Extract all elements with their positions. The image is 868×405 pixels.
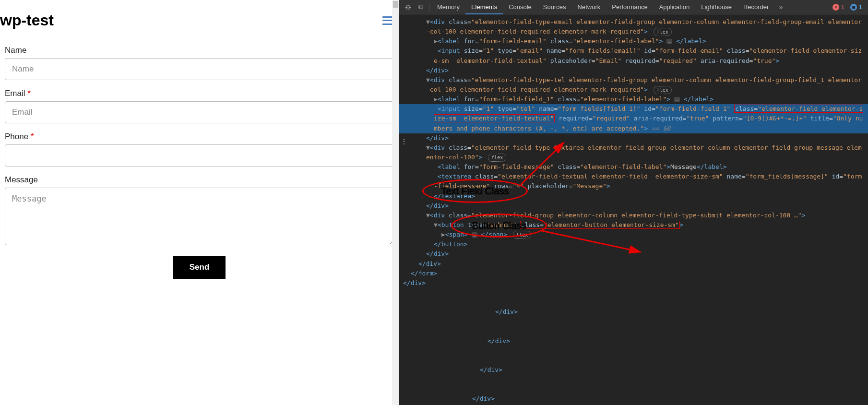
dom-close-div-2[interactable]: </div> [399, 133, 868, 143]
devtools-tabbar: ⯐ ⧉ Memory Elements Console Sources Netw… [399, 0, 868, 14]
dom-tel-div[interactable]: ▼<div class="elementor-field-type-tel el… [399, 75, 868, 95]
elements-dom-tree[interactable]: ▼<div class="elementor-field-type-email … [399, 14, 868, 405]
dom-msg-textarea[interactable]: <textarea class="elementor-field-textual… [399, 172, 868, 191]
tab-application[interactable]: Application [654, 0, 696, 14]
message-label: Message [5, 175, 394, 185]
name-input[interactable] [5, 58, 394, 80]
devtools-panel: ⯐ ⧉ Memory Elements Console Sources Netw… [399, 0, 868, 405]
page-scrollbar[interactable] [392, 0, 399, 405]
dom-close-div-5[interactable]: </div> [399, 259, 868, 269]
contact-form: Name Email * Phone * Message Send [0, 41, 399, 284]
email-input[interactable] [5, 101, 394, 123]
tab-elements[interactable]: Elements [465, 0, 503, 14]
selected-line-dots-icon[interactable]: ⋮ [399, 137, 409, 147]
device-toolbar-icon[interactable]: ⧉ [415, 3, 427, 11]
dom-msg-label[interactable]: <label for="form-field-message" class="e… [399, 162, 868, 172]
dom-close-div-6[interactable]: </div> [399, 278, 868, 288]
send-button[interactable]: Send [173, 256, 226, 279]
dom-cascade[interactable]: </div> </div> </div> </div> </div> </div… [399, 288, 868, 405]
dom-submit-div[interactable]: ▼<div class="elementor-field-group eleme… [399, 211, 868, 220]
dom-close-textarea[interactable]: </textarea> [399, 191, 868, 201]
name-label: Name [5, 46, 394, 55]
more-tabs-icon[interactable]: » [774, 3, 787, 11]
tab-console[interactable]: Console [503, 0, 537, 14]
message-textarea[interactable] [5, 188, 394, 245]
dom-email-input[interactable]: <input size="1" type="email" name="form_… [399, 46, 868, 65]
dom-close-button[interactable]: </button> [399, 239, 868, 249]
tab-memory[interactable]: Memory [431, 0, 465, 14]
tab-recorder[interactable]: Recorder [737, 0, 774, 14]
dom-button-span[interactable]: ▶<span> … </span> flex [399, 230, 868, 239]
scroll-up-arrow[interactable] [393, 1, 398, 8]
phone-label: Phone * [5, 132, 394, 142]
issue-count[interactable]: ■1 [847, 3, 865, 11]
dom-tel-input-selected[interactable]: <input size="1" type="tel" name="form_fi… [399, 104, 868, 133]
site-header: wp-test [0, 0, 399, 41]
phone-input[interactable] [5, 144, 394, 167]
dom-button[interactable]: ▼<button type="submit" class="elementor-… [399, 220, 868, 230]
dom-close-div[interactable]: </div> [399, 66, 868, 75]
tab-lighthouse[interactable]: Lighthouse [695, 0, 737, 14]
tab-performance[interactable]: Performance [606, 0, 653, 14]
inspect-icon[interactable]: ⯐ [402, 3, 415, 11]
tab-sources[interactable]: Sources [537, 0, 572, 14]
dom-msg-div[interactable]: ▼<div class="elementor-field-type-textar… [399, 143, 868, 162]
dom-close-div-3[interactable]: </div> [399, 201, 868, 211]
site-title: wp-test [0, 12, 54, 29]
rendered-page: wp-test Name Email * Phone * Message Sen… [0, 0, 399, 405]
dom-email-div[interactable]: ▼<div class="elementor-field-type-email … [399, 17, 868, 36]
tab-network[interactable]: Network [572, 0, 606, 14]
dom-close-form[interactable]: </form> [399, 269, 868, 278]
email-label: Email * [5, 89, 394, 98]
dom-close-div-4[interactable]: </div> [399, 249, 868, 259]
dom-tel-label[interactable]: ▶<label for="form-field-field_1" class="… [399, 95, 868, 104]
error-count[interactable]: ✕1 [830, 3, 847, 11]
dom-email-label[interactable]: ▶<label for="form-field-email" class="el… [399, 36, 868, 46]
